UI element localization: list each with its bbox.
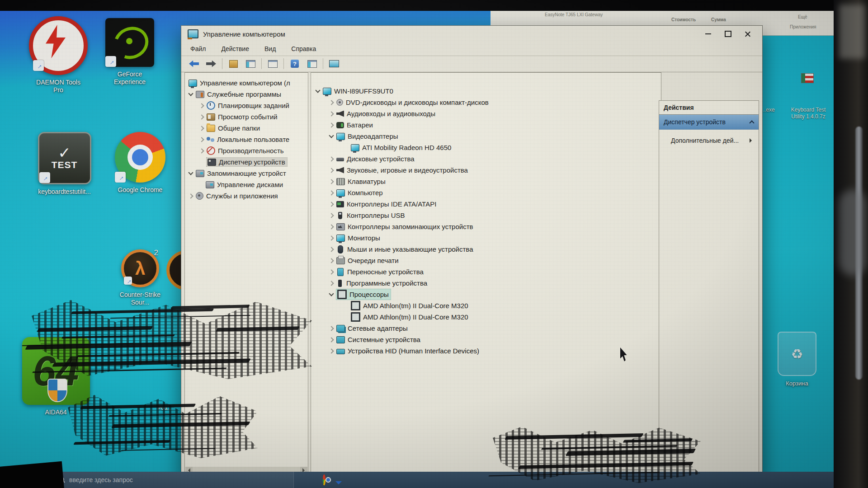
actions-device-manager[interactable]: Диспетчер устройств	[659, 115, 759, 130]
chevron-right-icon[interactable]	[329, 123, 334, 127]
chevron-right-icon[interactable]	[329, 213, 334, 218]
chevron-right-icon[interactable]	[199, 103, 204, 108]
device-row[interactable]: Аудиовходы и аудиовыходы	[311, 108, 661, 119]
desktop-icon-chrome[interactable]: → Google Chrome	[106, 132, 174, 194]
tree-item-disk-management[interactable]: Управление дисками	[185, 179, 308, 190]
chevron-right-icon[interactable]	[329, 100, 334, 105]
device-row[interactable]: Системные устройства	[311, 334, 661, 345]
close-button[interactable]	[738, 28, 758, 40]
device-row-processors[interactable]: Процессоры	[311, 289, 661, 300]
tree-item-services[interactable]: Службы и приложения	[185, 190, 308, 202]
properties-button[interactable]	[266, 58, 279, 70]
chevron-right-icon[interactable]	[329, 202, 334, 206]
device-row[interactable]: Мониторы	[311, 232, 661, 244]
icon-label: DAEMON Tools Pro	[36, 79, 80, 94]
menu-action[interactable]: Действие	[221, 45, 249, 52]
file-label-keyboard-test[interactable]: Keyboard Test Utility 1.4.0.7z	[781, 107, 835, 120]
chevron-right-icon[interactable]	[199, 115, 204, 119]
device-row[interactable]: Компьютер	[311, 187, 661, 198]
forward-button[interactable]	[205, 58, 217, 70]
chevron-right-icon[interactable]	[329, 247, 334, 252]
device-row[interactable]: Звуковые, игровые и видеоустройства	[311, 164, 661, 176]
tree-item-device-manager[interactable]: Диспетчер устройств	[185, 156, 308, 168]
tree-item-performance[interactable]: Производительность	[185, 145, 308, 156]
chevron-down-icon[interactable]	[189, 92, 193, 97]
help-button[interactable]: ?	[288, 58, 301, 70]
tree-item-event-viewer[interactable]: Просмотр событий	[185, 111, 308, 122]
chevron-right-icon[interactable]	[329, 326, 334, 331]
desktop-icon-geforce[interactable]: → GeForce Experience	[96, 18, 164, 86]
device-row[interactable]: Дисковые устройства	[311, 153, 661, 164]
device-row[interactable]: Видеоадаптеры	[311, 131, 661, 142]
tree-item-local-users[interactable]: Локальные пользовате	[185, 134, 308, 145]
chevron-right-icon[interactable]	[329, 179, 334, 184]
chevron-up-icon[interactable]	[750, 120, 754, 124]
device-row[interactable]: Очереди печати	[311, 255, 661, 266]
chevron-right-icon[interactable]	[329, 168, 334, 173]
device-row[interactable]: Сетевые адаптеры	[311, 323, 661, 334]
menu-help[interactable]: Справка	[291, 45, 316, 52]
desktop-icon-keyboard-test[interactable]: ✓ TEST → keyboardtestutilit...	[23, 132, 106, 196]
maximize-button[interactable]	[718, 28, 738, 40]
chevron-down-icon[interactable]	[316, 89, 320, 94]
chevron-right-icon[interactable]	[329, 157, 334, 161]
tree-item-shared-folders[interactable]: Общие папки	[185, 122, 308, 134]
tree-item-system-tools[interactable]: Служебные программы	[185, 89, 308, 100]
menu-file[interactable]: Файл	[190, 45, 206, 52]
chevron-right-icon[interactable]	[329, 225, 334, 229]
chevron-right-icon[interactable]	[329, 236, 334, 240]
device-row[interactable]: AMD Athlon(tm) II Dual-Core M320	[311, 311, 661, 323]
device-row[interactable]: Переносные устройства	[311, 266, 661, 277]
show-window-button[interactable]	[306, 58, 318, 70]
desktop-icon-counter-strike[interactable]: λ 2 → Counter-Strike Sour...	[104, 249, 176, 306]
chevron-down-icon[interactable]	[189, 171, 193, 176]
actions-more[interactable]: Дополнительные дей...	[659, 133, 759, 148]
keyboard-test-file-icon[interactable]	[801, 73, 814, 83]
device-row[interactable]: ATI Mobility Radeon HD 4650	[311, 142, 661, 153]
device-row[interactable]: Контроллеры USB	[311, 210, 661, 221]
chevron-right-icon[interactable]	[199, 137, 204, 142]
keyboard-icon	[336, 178, 345, 185]
chevron-right-icon[interactable]	[329, 281, 334, 286]
device-row[interactable]: Контроллеры IDE ATA/ATAPI	[311, 198, 661, 210]
device-row[interactable]: Устройства HID (Human Interface Devices)	[311, 345, 661, 357]
device-root[interactable]: WIN-I89UFFS9UT0	[311, 85, 661, 97]
chevron-right-icon[interactable]	[199, 149, 204, 153]
device-row[interactable]: DVD-дисководы и дисководы компакт-дисков	[311, 97, 661, 108]
menu-view[interactable]: Вид	[264, 45, 276, 52]
chevron-right-icon[interactable]	[329, 270, 334, 274]
chevron-down-icon[interactable]	[329, 134, 334, 139]
chevron-right-icon[interactable]	[329, 338, 334, 342]
title-bar[interactable]: Управление компьютером	[181, 26, 762, 42]
recycle-bin[interactable]: ♻ Корзина	[772, 332, 822, 387]
minimize-button[interactable]	[698, 28, 718, 40]
export-button[interactable]	[227, 58, 240, 70]
chevron-right-icon[interactable]	[199, 126, 204, 131]
tree-item-task-scheduler[interactable]: Планировщик заданий	[185, 100, 308, 111]
bgapp-more-link[interactable]: Ещё	[798, 14, 807, 19]
back-button[interactable]	[188, 58, 200, 70]
chevron-right-icon[interactable]	[329, 191, 334, 195]
chevron-right-icon[interactable]	[329, 258, 334, 263]
device-row[interactable]: Батареи	[311, 119, 661, 131]
chevron-right-icon[interactable]	[189, 194, 193, 198]
cpu-icon	[351, 301, 360, 310]
device-row[interactable]: AMD Athlon(tm) II Dual-Core M320	[311, 300, 661, 311]
device-row[interactable]: Программные устройства	[311, 277, 661, 289]
device-row[interactable]: Клавиатуры	[311, 176, 661, 187]
cpu-icon	[351, 312, 360, 322]
device-row[interactable]: Контроллеры запоминающих устройств	[311, 221, 661, 232]
device-row[interactable]: Мыши и иные указывающие устройства	[311, 244, 661, 255]
tree-root[interactable]: Управление компьютером (л	[185, 77, 308, 89]
forward-arrow-icon	[206, 61, 216, 67]
chevron-down-icon[interactable]	[329, 292, 334, 297]
chevron-right-icon[interactable]	[329, 112, 334, 116]
taskbar-chrome[interactable]	[317, 473, 331, 487]
taskbar-search[interactable]: введите здесь запрос	[52, 472, 294, 488]
desktop-icon-daemon-tools[interactable]: → DAEMON Tools Pro	[20, 16, 97, 94]
console-tree-button[interactable]	[244, 58, 257, 70]
bgapp-apps-link[interactable]: Приложения	[790, 24, 816, 29]
tree-item-storage[interactable]: Запоминающие устройст	[185, 168, 308, 179]
scan-hardware-button[interactable]	[328, 58, 340, 70]
chevron-right-icon[interactable]	[329, 349, 334, 353]
